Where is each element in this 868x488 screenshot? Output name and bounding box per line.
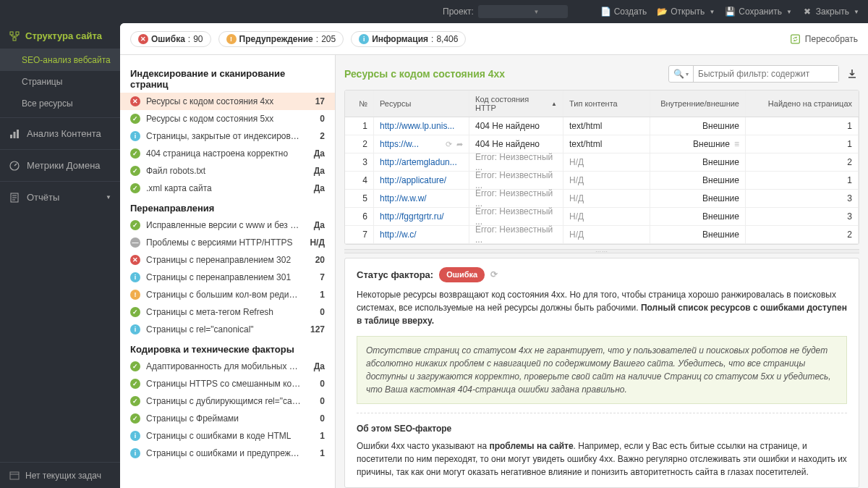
close-button[interactable]: ✖Закрыть▼ <box>802 7 859 17</box>
factor-label: 404 страница настроена корректно <box>146 148 302 159</box>
resource-link[interactable]: http://w.c/ <box>380 230 417 240</box>
tasks-icon <box>9 470 20 481</box>
resource-link[interactable]: https://w... <box>380 139 419 149</box>
col-intext[interactable]: Внутренние/внешние <box>650 91 746 117</box>
factor-value: 20 <box>307 255 325 265</box>
table-row[interactable]: 5http://w.w.w/Error: Неизвестный ...Н/ДВ… <box>345 190 859 208</box>
status-icon: ✓ <box>130 361 140 371</box>
factor-value: Н/Д <box>307 237 325 248</box>
factor-row[interactable]: !Страницы с большим кол-вом редиректов1 <box>120 286 335 303</box>
folder-icon: 📂 <box>657 7 668 17</box>
open-button[interactable]: 📂Открыть▼ <box>657 7 715 17</box>
save-button[interactable]: 💾Сохранить▼ <box>725 7 792 17</box>
refresh-icon[interactable]: ⟳ <box>490 268 498 281</box>
factor-value: Да <box>307 220 325 230</box>
factor-label: Страницы с перенаправлением 301 <box>146 272 302 282</box>
factor-label: Страницы с ошибками в коде HTML <box>146 431 302 441</box>
factor-label: Ресурсы с кодом состояния 4xx <box>146 96 302 106</box>
status-icon: ! <box>130 290 140 300</box>
about-title: Об этом SEO-факторе <box>357 422 847 435</box>
share-icon[interactable]: ➦ <box>456 140 463 149</box>
factor-label: .xml карта сайта <box>146 183 302 193</box>
factor-row[interactable]: iСтраницы с ошибками в коде HTML1 <box>120 427 335 445</box>
splitter[interactable]: ⋯⋯ <box>344 249 859 253</box>
stats-bar: ✕Ошибка: 90 !Предупреждение: 205 iИнформ… <box>120 23 868 55</box>
factor-row[interactable]: ✓Страницы с дублирующимся rel="canonical… <box>120 392 335 410</box>
download-button[interactable] <box>845 68 859 80</box>
col-code[interactable]: Код состояния HTTP ▲ <box>469 91 563 117</box>
status-icon: ✓ <box>130 307 140 317</box>
status-label: Статус фактора: <box>357 268 433 282</box>
factor-row[interactable]: ✓Адаптированность для мобильных устрой..… <box>120 358 335 375</box>
create-button[interactable]: 📄Создать <box>600 7 647 17</box>
col-found[interactable]: Найдено на страницах <box>746 91 859 117</box>
col-type[interactable]: Тип контента <box>563 91 650 117</box>
status-icon: i <box>130 324 140 335</box>
resource-link[interactable]: http://w.w.w/ <box>380 193 427 203</box>
factor-section: Перенаправления <box>120 197 335 216</box>
table-row[interactable]: 1http://www.lp.unis...404 Не найденоtext… <box>345 117 859 135</box>
factor-row[interactable]: ✓.xml карта сайтаДа <box>120 180 335 197</box>
col-number[interactable]: № <box>345 91 374 117</box>
svg-rect-4 <box>13 132 15 138</box>
sidebar-item-2[interactable]: Все ресурсы <box>0 93 120 114</box>
status-icon: ✕ <box>130 255 140 265</box>
table-row[interactable]: 7http://w.c/Error: Неизвестный ...Н/ДВне… <box>345 226 859 244</box>
factor-row[interactable]: —Проблемы с версиями HTTP/HTTPSН/Д <box>120 234 335 251</box>
status-icon: ✕ <box>130 96 140 106</box>
menu-icon[interactable]: ≡ <box>734 139 739 149</box>
rebuild-button[interactable]: Пересобрать <box>790 33 858 44</box>
sidebar: Структура сайта SEO-анализ вебсайтаСтран… <box>0 23 120 488</box>
factor-row[interactable]: iСтраницы с rel="canonical"127 <box>120 321 335 338</box>
panel-title: Ресурсы с кодом состояния 4xx <box>344 68 663 80</box>
topbar: Проект: ▼ 📄Создать 📂Открыть▼ 💾Сохранить▼… <box>0 0 868 23</box>
sidebar-reports[interactable]: Отчёты▼ <box>0 185 120 210</box>
resource-link[interactable]: http://www.lp.unis... <box>380 121 454 131</box>
factor-row[interactable]: iСтраницы с ошибками и предупреждени...1 <box>120 445 335 462</box>
factor-value: 0 <box>307 307 325 317</box>
sidebar-item-0[interactable]: SEO-анализ вебсайта <box>0 49 120 71</box>
table-row[interactable]: 4http://applicature/Error: Неизвестный .… <box>345 172 859 190</box>
svg-rect-2 <box>13 38 16 41</box>
table-row[interactable]: 3http://artemgladun...Error: Неизвестный… <box>345 153 859 172</box>
factor-label: Страницы с дублирующимся rel="canonical" <box>146 396 302 406</box>
reload-icon[interactable]: ⟳ <box>446 140 452 149</box>
factor-row[interactable]: ✓Ресурсы с кодом состояния 5xx0 <box>120 110 335 127</box>
project-selector[interactable]: Проект: ▼ <box>443 5 568 18</box>
sidebar-metrics[interactable]: Метрики Домена <box>0 153 120 178</box>
errors-pill[interactable]: ✕Ошибка: 90 <box>130 31 211 47</box>
warnings-pill[interactable]: !Предупреждение: 205 <box>218 31 344 47</box>
search-icon: 🔍▾ <box>669 66 694 82</box>
sidebar-analysis[interactable]: Анализ Контента <box>0 121 120 146</box>
factor-value: 0 <box>307 114 325 124</box>
factor-row[interactable]: ✕Ресурсы с кодом состояния 4xx17 <box>120 93 335 110</box>
svg-rect-8 <box>10 472 19 479</box>
factor-label: Проблемы с версиями HTTP/HTTPS <box>146 237 302 248</box>
info-pill[interactable]: iИнформация: 8,406 <box>351 31 466 47</box>
factors-panel: Индексирование и сканирование страниц✕Ре… <box>120 55 336 488</box>
factor-row[interactable]: ✕Страницы с перенаправлением 30220 <box>120 251 335 269</box>
factor-row[interactable]: iСтраницы с перенаправлением 3017 <box>120 269 335 286</box>
factor-row[interactable]: ✓Страницы HTTPS со смешанным контентом0 <box>120 375 335 392</box>
resource-link[interactable]: http://applicature/ <box>380 175 446 185</box>
factor-row[interactable]: iСтраницы, закрытые от индексирования2 <box>120 127 335 145</box>
sidebar-item-1[interactable]: Страницы <box>0 71 120 93</box>
factor-row[interactable]: ✓404 страница настроена корректноДа <box>120 145 335 162</box>
factor-value: 7 <box>307 272 325 282</box>
project-value[interactable]: ▼ <box>478 5 569 18</box>
factor-row[interactable]: ✓Исправленные версии с www и без wwwДа <box>120 216 335 234</box>
filter-input[interactable] <box>694 66 838 82</box>
status-icon: ✓ <box>130 220 140 230</box>
sidebar-structure[interactable]: Структура сайта <box>0 23 120 49</box>
factor-section: Кодировка и технические факторы <box>120 338 335 358</box>
table-row[interactable]: 6http://fggrtgrtr.ru/Error: Неизвестный … <box>345 208 859 226</box>
factor-row[interactable]: ✓Файл robots.txtДа <box>120 162 335 180</box>
factor-row[interactable]: ✓Страницы с Фреймами0 <box>120 410 335 427</box>
quick-filter[interactable]: 🔍▾ <box>668 65 839 83</box>
resource-link[interactable]: http://fggrtgrtr.ru/ <box>380 211 444 222</box>
status-icon: ✓ <box>130 148 140 159</box>
factor-row[interactable]: ✓Страницы с мета-тегом Refresh0 <box>120 303 335 321</box>
col-resource[interactable]: Ресурсы <box>374 91 469 117</box>
table-row[interactable]: 2https://w...⟳➦404 Не найденоtext/htmlВн… <box>345 135 859 153</box>
resource-link[interactable]: http://artemgladun... <box>380 157 457 167</box>
